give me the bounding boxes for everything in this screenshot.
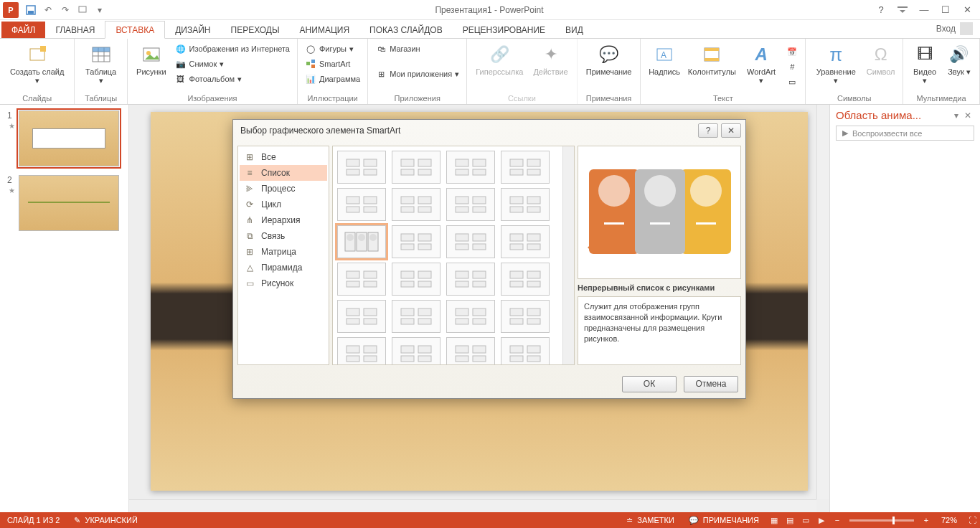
svg-rect-78 (401, 281, 414, 287)
svg-rect-97 (473, 308, 486, 316)
svg-rect-112 (456, 346, 468, 353)
svg-rect-27 (418, 159, 431, 166)
cat-picture[interactable]: ▭Рисунок (240, 275, 327, 291)
cat-relationship-icon: ⧉ (244, 231, 255, 241)
smartart-option[interactable] (337, 225, 386, 258)
svg-rect-37 (527, 169, 540, 175)
svg-rect-22 (347, 159, 359, 166)
svg-rect-52 (510, 207, 523, 212)
grid-scrollbar[interactable] (562, 146, 574, 364)
category-list: ⊞Все ≡Список ⫸Процесс ⟳Цикл ⋔Иерархия ⧉С… (237, 146, 329, 365)
smartart-option[interactable] (446, 188, 495, 221)
svg-rect-99 (473, 319, 486, 324)
smartart-option[interactable] (337, 151, 386, 184)
smartart-option[interactable] (392, 225, 440, 258)
svg-rect-81 (473, 271, 486, 278)
svg-rect-101 (527, 308, 540, 316)
svg-rect-66 (456, 244, 468, 250)
smartart-option[interactable] (392, 300, 440, 333)
preview-panel: Непрерывный список с рисунками Служит дл… (578, 146, 741, 365)
svg-rect-114 (456, 356, 468, 362)
cat-pyramid[interactable]: △Пирамида (240, 260, 327, 275)
svg-rect-92 (401, 308, 414, 316)
svg-rect-69 (527, 234, 540, 241)
svg-rect-77 (418, 271, 431, 278)
cat-all[interactable]: ⊞Все (240, 149, 327, 165)
cat-process-icon: ⫸ (244, 184, 255, 194)
smartart-option[interactable] (446, 151, 495, 184)
smartart-option[interactable] (337, 337, 386, 365)
cat-list-icon: ≡ (244, 168, 255, 178)
dialog-titlebar[interactable]: Выбор графического элемента SmartArt ? ✕ (233, 120, 745, 141)
svg-rect-62 (401, 244, 414, 250)
svg-rect-60 (401, 234, 414, 241)
svg-rect-33 (473, 169, 486, 175)
smartart-option[interactable] (501, 188, 550, 221)
svg-point-59 (369, 234, 377, 241)
preview-description: Служит для отображения групп взаимосвяза… (578, 296, 741, 365)
cat-list[interactable]: ≡Список (240, 165, 327, 181)
smartart-option[interactable] (337, 263, 386, 296)
svg-rect-73 (364, 271, 377, 278)
svg-rect-104 (347, 346, 359, 353)
svg-rect-36 (510, 169, 523, 175)
smartart-option[interactable] (501, 151, 550, 184)
smartart-option[interactable] (501, 225, 550, 258)
smartart-option[interactable] (392, 337, 440, 365)
smartart-option[interactable] (501, 337, 550, 365)
smartart-option[interactable] (392, 263, 440, 296)
svg-rect-30 (456, 159, 468, 166)
svg-rect-34 (510, 159, 523, 166)
svg-rect-47 (473, 197, 486, 204)
svg-rect-96 (456, 308, 468, 316)
svg-rect-100 (510, 308, 523, 316)
svg-rect-93 (418, 308, 431, 316)
svg-rect-24 (347, 169, 359, 175)
svg-rect-88 (347, 308, 359, 316)
svg-rect-35 (527, 159, 540, 166)
cat-hierarchy-icon: ⋔ (244, 215, 255, 225)
svg-rect-28 (401, 169, 414, 175)
dialog-close-icon[interactable]: ✕ (721, 123, 741, 138)
cat-matrix[interactable]: ⊞Матрица (240, 244, 327, 260)
smartart-option[interactable] (337, 188, 386, 221)
svg-rect-51 (527, 197, 540, 204)
svg-point-57 (358, 234, 365, 241)
smartart-option[interactable] (392, 151, 440, 184)
smartart-option[interactable] (446, 263, 495, 296)
svg-rect-83 (473, 281, 486, 287)
smartart-option[interactable] (392, 188, 440, 221)
cat-cycle[interactable]: ⟳Цикл (240, 197, 327, 212)
svg-rect-46 (456, 197, 468, 204)
cat-relationship[interactable]: ⧉Связь (240, 228, 327, 244)
svg-rect-49 (473, 207, 486, 212)
cat-matrix-icon: ⊞ (244, 247, 255, 257)
svg-rect-85 (527, 271, 540, 278)
smartart-option[interactable] (446, 225, 495, 258)
dialog-help-icon[interactable]: ? (698, 123, 718, 138)
smartart-option[interactable] (337, 300, 386, 333)
ok-button[interactable]: ОК (622, 376, 677, 392)
cat-hierarchy[interactable]: ⋔Иерархия (240, 212, 327, 228)
smartart-option[interactable] (501, 300, 550, 333)
svg-rect-75 (364, 281, 377, 287)
svg-rect-110 (401, 356, 414, 362)
svg-point-55 (347, 234, 354, 241)
cat-process[interactable]: ⫸Процесс (240, 181, 327, 197)
smartart-option[interactable] (446, 300, 495, 333)
smartart-option[interactable] (446, 337, 495, 365)
svg-rect-53 (527, 207, 540, 212)
svg-rect-32 (456, 169, 468, 175)
smartart-dialog: Выбор графического элемента SmartArt ? ✕… (232, 119, 746, 399)
svg-rect-106 (347, 356, 359, 362)
svg-rect-115 (473, 356, 486, 362)
smartart-option[interactable] (501, 263, 550, 296)
svg-rect-108 (401, 346, 414, 353)
cancel-button[interactable]: Отмена (684, 376, 738, 392)
svg-rect-65 (473, 234, 486, 241)
svg-rect-107 (364, 356, 377, 362)
smartart-grid (332, 146, 575, 365)
svg-rect-40 (347, 207, 359, 212)
preview-image (578, 146, 741, 279)
svg-rect-48 (456, 207, 468, 212)
